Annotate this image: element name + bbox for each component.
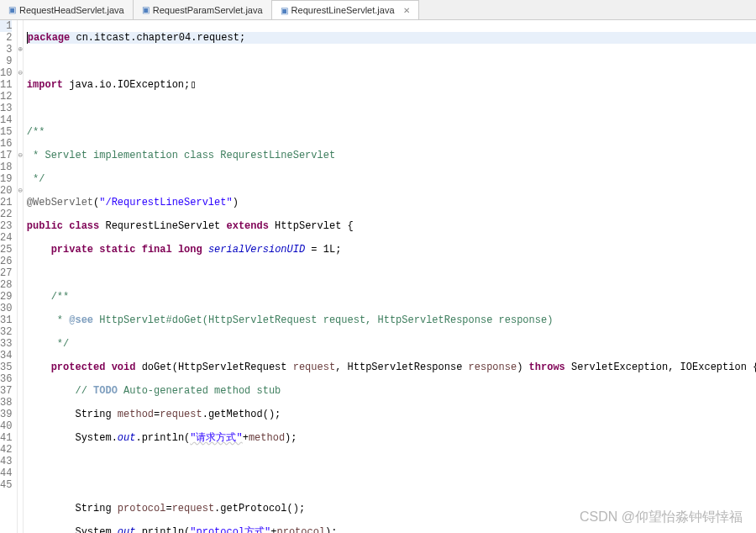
comment: * Servlet implementation class RequrestL… — [27, 150, 335, 161]
code-text: ServletException, IOException { — [565, 361, 756, 373]
comment: /** — [51, 291, 70, 303]
string: "/RequrestLineServlet" — [99, 197, 232, 208]
java-file-icon: ▣ — [281, 6, 288, 15]
code-text: + — [243, 432, 249, 444]
keyword: protected — [51, 361, 106, 373]
param: request — [293, 361, 335, 373]
code-text: .println( — [135, 526, 190, 533]
code-text: = — [165, 503, 171, 515]
code-text: java.io.IOException; — [63, 79, 190, 91]
java-file-icon: ▣ — [8, 5, 16, 14]
code-text: = 1L; — [305, 244, 341, 256]
code-area[interactable]: package cn.itcast.chapter04.request; imp… — [24, 20, 756, 533]
string: "protocol方式" — [190, 526, 270, 533]
comment: HttpServlet#doGet(HttpServletRequest req… — [93, 314, 553, 326]
keyword: final — [142, 244, 172, 256]
keyword: void — [112, 361, 136, 373]
java-file-icon: ▣ — [142, 5, 150, 14]
keyword: extends — [227, 220, 269, 232]
var: protocol — [277, 526, 326, 533]
comment: */ — [51, 338, 70, 350]
tab-requrestlineservlet[interactable]: ▣ RequrestLineServlet.java ✕ — [272, 0, 419, 19]
line-number-gutter: 1239101112131415161718192021222324252627… — [0, 20, 18, 533]
code-text: cn.itcast.chapter04.request; — [70, 32, 245, 44]
var: request — [172, 503, 214, 515]
code-text: ) — [517, 361, 528, 373]
string: "请求方式" — [190, 432, 242, 444]
code-text: HttpServlet { — [269, 220, 354, 232]
tab-label: RequestHeadServlet.java — [19, 5, 124, 15]
code-text: RequrestLineServlet — [99, 220, 226, 232]
close-icon[interactable]: ✕ — [403, 6, 410, 15]
code-text: String — [75, 503, 117, 515]
keyword: static — [99, 244, 135, 256]
var: protocol — [118, 503, 166, 515]
keyword: public — [27, 220, 63, 232]
doc-tag: @see — [69, 314, 93, 326]
keyword: import — [27, 79, 63, 91]
comment: */ — [27, 173, 45, 185]
watermark: CSDN @仰望怡淼钟锝悻福 — [580, 509, 743, 526]
tab-label: RequrestLineServlet.java — [291, 5, 395, 15]
var: method — [249, 432, 285, 444]
code-editor[interactable]: 1239101112131415161718192021222324252627… — [0, 20, 756, 533]
param: response — [469, 361, 517, 373]
code-text: System. — [75, 432, 117, 444]
todo-tag: TODO — [93, 385, 118, 397]
field: out — [118, 432, 136, 444]
var: request — [160, 409, 202, 420]
field: serialVersionUID — [208, 244, 305, 256]
code-text: .getProtocol(); — [214, 503, 305, 515]
code-text: System. — [75, 526, 117, 533]
keyword: package — [28, 32, 70, 44]
field: out — [118, 526, 136, 533]
editor-tabs: ▣ RequestHeadServlet.java ▣ RequestParam… — [0, 0, 756, 20]
code-text: , HttpServletResponse — [335, 361, 468, 373]
tab-requestparamservlet[interactable]: ▣ RequestParamServlet.java — [134, 0, 272, 19]
tab-requestheadservlet[interactable]: ▣ RequestHeadServlet.java — [0, 0, 134, 19]
keyword: class — [69, 220, 99, 232]
code-text: ); — [285, 432, 297, 444]
comment: Auto-generated method stub — [118, 385, 281, 397]
keyword: long — [178, 244, 202, 256]
code-text: .getMethod(); — [202, 409, 281, 420]
comment: /** — [27, 126, 45, 138]
code-text: doGet(HttpServletRequest — [135, 361, 292, 373]
comment: * — [51, 314, 70, 326]
code-text: String — [75, 409, 117, 420]
comment: // — [75, 385, 93, 397]
tab-label: RequestParamServlet.java — [153, 5, 263, 15]
keyword: throws — [529, 361, 565, 373]
code-text: + — [270, 526, 276, 533]
code-text: ); — [325, 526, 337, 533]
code-text: .println( — [135, 432, 190, 444]
keyword: private — [51, 244, 93, 256]
var: method — [118, 409, 154, 420]
annotation: @WebServlet — [27, 197, 93, 208]
